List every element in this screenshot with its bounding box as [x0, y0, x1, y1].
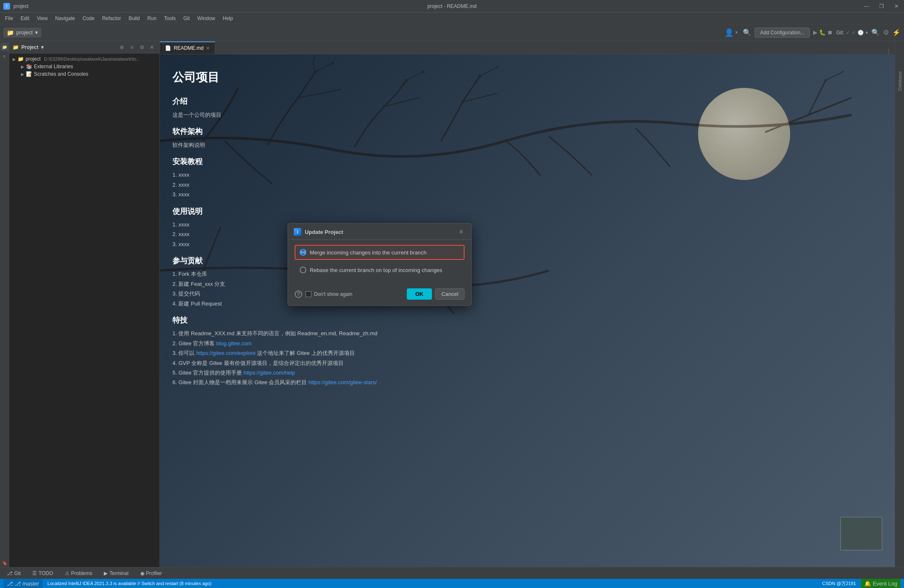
- menu-build[interactable]: Build: [125, 14, 143, 23]
- gitee-stars-link[interactable]: https://gitee.com/gitee-stars/: [308, 379, 377, 385]
- sidebar-icon-project[interactable]: 📁: [0, 43, 9, 51]
- project-tree: ▶ 📁 project D:\53289\Desktop\seatwork\Ja…: [9, 54, 159, 80]
- right-sidebar-database[interactable]: Database: [896, 66, 904, 96]
- menu-run[interactable]: Run: [144, 14, 160, 23]
- panel-close-btn[interactable]: ✕: [148, 43, 156, 51]
- user-icon[interactable]: 👤: [724, 28, 734, 37]
- radio-btn-rebase: [300, 267, 306, 273]
- cancel-button[interactable]: Cancel: [435, 288, 465, 300]
- tree-item-libraries[interactable]: ▶ 📚 External Libraries: [9, 63, 159, 70]
- debug-icon[interactable]: 🐛: [819, 29, 826, 36]
- sidebar-icon-structure[interactable]: ≡: [0, 52, 9, 60]
- tab-more-button[interactable]: ⋮: [883, 48, 895, 54]
- readme-h2-install: 安装教程: [172, 155, 882, 168]
- gitee-blog-link[interactable]: blog.gitee.com: [216, 340, 252, 347]
- dialog-title-icon: i: [294, 228, 301, 236]
- svg-point-1: [331, 62, 334, 64]
- tab-readme[interactable]: 📄 README.md ✕: [160, 41, 215, 54]
- panel-collapse-btn[interactable]: ≡: [128, 43, 136, 51]
- maximize-button[interactable]: ❐: [877, 3, 886, 9]
- tree-arrow-scratches: ▶: [21, 72, 24, 77]
- git-label: Git:: [836, 30, 844, 36]
- right-sidebar: Database: [895, 41, 904, 567]
- bottom-tab-todo[interactable]: ☰ TODO: [27, 570, 58, 577]
- readme-install-text: 1. xxxx2. xxxx3. xxxx: [172, 170, 882, 199]
- tab-bar: 📄 README.md ✕ ⋮: [160, 41, 895, 54]
- status-git-branch[interactable]: ⎇ ⎇ master: [3, 579, 42, 588]
- dialog-title-bar: i Update Project ✕: [288, 223, 471, 240]
- project-selector[interactable]: 📁 project ▾: [3, 28, 41, 38]
- git-sync-icon: ✓: [852, 30, 856, 36]
- run-icon[interactable]: ▶: [813, 29, 817, 36]
- todo-tab-label: TODO: [39, 570, 53, 576]
- project-dropdown[interactable]: ▾: [41, 44, 44, 50]
- menu-tools[interactable]: Tools: [161, 14, 179, 23]
- readme-features-text: 1. 使用 Readme_XXX.md 来支持不同的语言，例如 Readme_e…: [172, 329, 882, 387]
- tree-arrow-libraries: ▶: [21, 64, 24, 69]
- event-log-icon: 🔔: [864, 580, 871, 587]
- menu-edit[interactable]: Edit: [17, 14, 33, 23]
- sidebar-icon-bookmarks[interactable]: 🔖: [0, 559, 9, 567]
- gitee-explore-link[interactable]: https://gitee.com/explore: [196, 350, 256, 356]
- menu-view[interactable]: View: [33, 14, 51, 23]
- global-search-icon[interactable]: 🔍: [871, 28, 880, 36]
- readme-usage-text: 1. xxxx2. xxxx3. xxxx: [172, 220, 882, 249]
- panel-scope-btn[interactable]: ⊕: [118, 43, 126, 51]
- ok-button[interactable]: OK: [407, 288, 432, 300]
- menu-file[interactable]: File: [2, 14, 16, 23]
- readme-h2-intro: 介绍: [172, 95, 882, 108]
- menu-refactor[interactable]: Refactor: [99, 14, 124, 23]
- git-branch-icon: ⎇: [7, 580, 13, 587]
- help-button[interactable]: ?: [295, 290, 302, 298]
- readme-title: 公司项目: [172, 67, 882, 88]
- dont-show-again-checkbox[interactable]: [306, 291, 311, 297]
- bottom-tab-profiler[interactable]: ◉ Profiler: [135, 570, 167, 577]
- menu-window[interactable]: Window: [194, 14, 218, 23]
- dont-show-again-container[interactable]: Don't show again: [306, 291, 352, 297]
- status-event-log[interactable]: 🔔 Event Log: [861, 579, 901, 588]
- project-panel-header: 📁 Project ▾ ⊕ ≡ ⚙ ✕: [9, 41, 159, 54]
- content-area: 公司项目 介绍 这是一个公司的项目 软件架构 软件架构说明 安装教程 1. xx…: [160, 54, 895, 567]
- menu-navigate[interactable]: Navigate: [52, 14, 78, 23]
- radio-label-merge: Merge incoming changes into the current …: [310, 249, 426, 256]
- status-left: ⎇ ⎇ master Localized IntelliJ IDEA 2021.…: [3, 579, 211, 588]
- search-toolbar-icon[interactable]: 🔍: [743, 28, 751, 36]
- bottom-tab-problems[interactable]: ⚠ Problems: [60, 570, 98, 577]
- status-message: Localized IntelliJ IDEA 2021.3.3 is avai…: [47, 581, 211, 586]
- menu-code[interactable]: Code: [79, 14, 98, 23]
- radio-option-rebase[interactable]: Rebase the current branch on top of inco…: [295, 262, 465, 277]
- settings-icon[interactable]: ⚙: [883, 28, 889, 36]
- toolbar-actions: 👤 ▾ 🔍: [724, 28, 751, 37]
- dialog-footer: ? Don't show again OK Cancel: [288, 285, 471, 306]
- tree-item-project[interactable]: ▶ 📁 project D:\53289\Desktop\seatwork\Ja…: [9, 55, 159, 63]
- close-button[interactable]: ✕: [892, 3, 901, 9]
- title-bar-left: i project: [3, 3, 28, 10]
- status-csdn: CSDN @万2191: [822, 580, 856, 587]
- tree-item-scratches[interactable]: ▶ 📝 Scratches and Consoles: [9, 70, 159, 78]
- tab-close-readme[interactable]: ✕: [206, 46, 210, 51]
- bottom-tab-git[interactable]: ⎇ Git: [2, 570, 26, 577]
- dialog-close-button[interactable]: ✕: [457, 228, 465, 236]
- footer-left: ? Don't show again: [295, 290, 352, 298]
- radio-option-merge[interactable]: Merge incoming changes into the current …: [295, 245, 465, 260]
- status-message-text: Localized IntelliJ IDEA 2021.3.3 is avai…: [47, 581, 211, 586]
- project-panel: 📁 Project ▾ ⊕ ≡ ⚙ ✕ ▶ 📁 project D:\53289…: [9, 41, 160, 567]
- readme-content: 公司项目 介绍 这是一个公司的项目 软件架构 软件架构说明 安装教程 1. xx…: [172, 67, 882, 555]
- add-configuration-button[interactable]: Add Configuration...: [755, 28, 810, 38]
- radio-label-rebase: Rebase the current branch on top of inco…: [310, 267, 442, 273]
- gitee-help-link[interactable]: https://gitee.com/help: [244, 370, 295, 376]
- radio-dot-merge: [300, 251, 303, 254]
- csdn-label: CSDN @万2191: [822, 580, 856, 587]
- editor-minimap[interactable]: [840, 517, 882, 550]
- panel-settings-btn[interactable]: ⚙: [138, 43, 146, 51]
- project-dropdown-arrow: ▾: [35, 29, 38, 36]
- tab-icon-readme: 📄: [165, 45, 171, 51]
- menu-help[interactable]: Help: [219, 14, 236, 23]
- minimize-button[interactable]: —: [862, 3, 871, 9]
- library-icon: 📚: [26, 64, 32, 69]
- bottom-tab-terminal[interactable]: ▶ Terminal: [99, 570, 133, 577]
- menu-git[interactable]: Git: [180, 14, 193, 23]
- power-icon[interactable]: ⚡: [892, 28, 901, 36]
- tree-label-libraries: External Libraries: [34, 64, 73, 69]
- stop-icon[interactable]: ⏹: [827, 29, 833, 36]
